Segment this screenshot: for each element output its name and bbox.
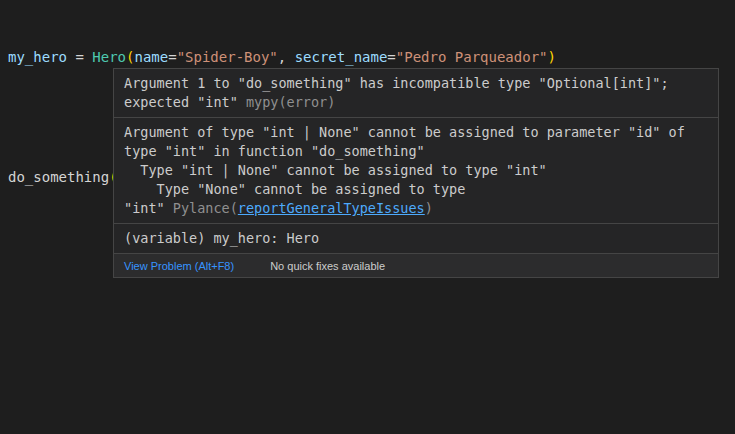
code-token: secret_name <box>295 49 388 65</box>
code-token: Hero <box>92 49 126 65</box>
hover-tooltip: Argument 1 to "do_something" has incompa… <box>113 68 719 278</box>
diagnostic-message: Argument 1 to "do_something" has incompa… <box>124 75 669 91</box>
variable-info: (variable) my_hero: Hero <box>114 224 718 254</box>
variable-signature: (variable) my_hero: Hero <box>124 229 708 248</box>
diagnostic-text: "int" Pylance(reportGeneralTypeIssues) <box>124 199 708 218</box>
pylance-diagnostic: Argument of type "int | None" cannot be … <box>114 118 718 224</box>
diagnostic-text: type "int" in function "do_something" <box>124 142 708 161</box>
diagnostic-message: type "int" in function "do_something" <box>124 143 425 159</box>
variable-signature-text: (variable) my_hero: Hero <box>124 230 319 246</box>
diagnostic-message: Type "None" cannot be assigned to type <box>124 181 465 197</box>
code-token: do_something <box>8 169 109 185</box>
diagnostic-text: Type "int | None" cannot be assigned to … <box>124 161 708 180</box>
code-token: my_hero <box>8 49 67 65</box>
diagnostic-message: expected "int" <box>124 94 246 110</box>
diagnostic-message: "int" <box>124 200 173 216</box>
diagnostic-text: expected "int" mypy(error) <box>124 93 708 112</box>
diagnostic-source: ) <box>425 200 433 216</box>
code-token: , <box>278 49 295 65</box>
diagnostic-message: Argument of type "int | None" cannot be … <box>124 124 685 140</box>
mypy-diagnostic: Argument 1 to "do_something" has incompa… <box>114 69 718 118</box>
code-token: = <box>67 49 92 65</box>
view-problem-link[interactable]: View Problem (Alt+F8) <box>124 259 234 273</box>
code-token: = <box>168 49 176 65</box>
diagnostic-source: Pylance( <box>173 200 238 216</box>
diagnostic-message: Type "int | None" cannot be assigned to … <box>124 162 547 178</box>
code-token: ) <box>548 49 556 65</box>
code-token: = <box>387 49 395 65</box>
diagnostic-text: Argument 1 to "do_something" has incompa… <box>124 74 708 93</box>
diagnostic-text: Type "None" cannot be assigned to type <box>124 180 708 199</box>
diagnostic-text: Argument of type "int | None" cannot be … <box>124 123 708 142</box>
diagnostic-source: mypy(error) <box>246 94 335 110</box>
code-token: name <box>134 49 168 65</box>
code-token: "Pedro Parqueador" <box>396 49 548 65</box>
report-general-type-issues-link[interactable]: reportGeneralTypeIssues <box>238 200 425 216</box>
quick-fix-status: No quick fixes available <box>270 259 385 273</box>
hover-status-bar: View Problem (Alt+F8) No quick fixes ava… <box>114 254 718 277</box>
code-line-1[interactable]: my_hero = Hero(name="Spider-Boy", secret… <box>8 47 556 67</box>
code-editor[interactable]: my_hero = Hero(name="Spider-Boy", secret… <box>0 0 735 434</box>
code-token: "Spider-Boy" <box>177 49 278 65</box>
